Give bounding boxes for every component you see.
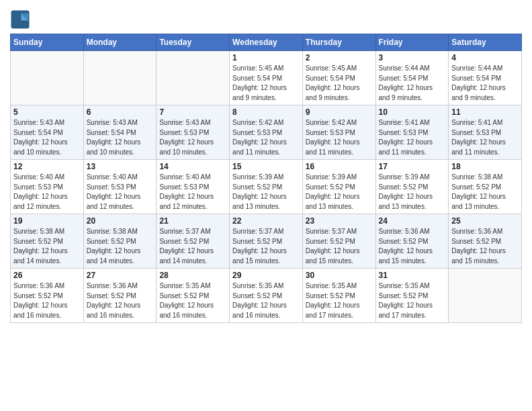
day-number: 16 bbox=[306, 162, 373, 171]
day-number: 4 bbox=[451, 53, 519, 62]
calendar-cell: 4Sunrise: 5:44 AM Sunset: 5:54 PM Daylig… bbox=[449, 51, 522, 105]
calendar-header: SundayMondayTuesdayWednesdayThursdayFrid… bbox=[11, 34, 522, 51]
calendar-cell: 20Sunrise: 5:38 AM Sunset: 5:52 PM Dayli… bbox=[83, 214, 157, 269]
day-number: 26 bbox=[13, 271, 81, 280]
weekday-header-friday: Friday bbox=[375, 34, 449, 51]
calendar-cell: 17Sunrise: 5:39 AM Sunset: 5:52 PM Dayli… bbox=[375, 160, 449, 214]
calendar-cell: 14Sunrise: 5:40 AM Sunset: 5:53 PM Dayli… bbox=[157, 160, 230, 214]
calendar-cell: 9Sunrise: 5:42 AM Sunset: 5:53 PM Daylig… bbox=[302, 105, 375, 160]
page-header bbox=[10, 7, 522, 30]
day-number: 24 bbox=[379, 216, 446, 226]
calendar-cell: 30Sunrise: 5:35 AM Sunset: 5:52 PM Dayli… bbox=[302, 269, 375, 323]
day-info: Sunrise: 5:36 AM Sunset: 5:52 PM Dayligh… bbox=[87, 281, 154, 320]
calendar-cell bbox=[83, 51, 157, 105]
day-number: 9 bbox=[306, 107, 373, 117]
calendar-cell: 24Sunrise: 5:36 AM Sunset: 5:52 PM Dayli… bbox=[375, 214, 449, 269]
calendar-cell: 2Sunrise: 5:45 AM Sunset: 5:54 PM Daylig… bbox=[302, 51, 375, 105]
day-info: Sunrise: 5:37 AM Sunset: 5:52 PM Dayligh… bbox=[232, 227, 300, 266]
calendar-cell: 8Sunrise: 5:42 AM Sunset: 5:53 PM Daylig… bbox=[230, 105, 303, 160]
day-info: Sunrise: 5:35 AM Sunset: 5:52 PM Dayligh… bbox=[306, 281, 373, 320]
calendar-cell: 5Sunrise: 5:43 AM Sunset: 5:54 PM Daylig… bbox=[11, 105, 84, 160]
day-number: 22 bbox=[232, 216, 300, 226]
day-info: Sunrise: 5:39 AM Sunset: 5:52 PM Dayligh… bbox=[232, 173, 300, 212]
day-number: 6 bbox=[87, 107, 154, 117]
day-info: Sunrise: 5:41 AM Sunset: 5:53 PM Dayligh… bbox=[451, 118, 519, 157]
day-number: 8 bbox=[232, 107, 300, 117]
calendar-cell: 6Sunrise: 5:43 AM Sunset: 5:54 PM Daylig… bbox=[83, 105, 157, 160]
day-info: Sunrise: 5:42 AM Sunset: 5:53 PM Dayligh… bbox=[232, 118, 300, 157]
day-number: 13 bbox=[87, 162, 154, 171]
day-number: 7 bbox=[159, 107, 226, 117]
day-info: Sunrise: 5:36 AM Sunset: 5:52 PM Dayligh… bbox=[451, 227, 519, 266]
calendar-cell: 1Sunrise: 5:45 AM Sunset: 5:54 PM Daylig… bbox=[230, 51, 303, 105]
logo-icon bbox=[10, 9, 30, 30]
day-number: 12 bbox=[13, 162, 81, 171]
day-info: Sunrise: 5:44 AM Sunset: 5:54 PM Dayligh… bbox=[451, 64, 519, 103]
weekday-header-tuesday: Tuesday bbox=[157, 34, 230, 51]
calendar-cell: 25Sunrise: 5:36 AM Sunset: 5:52 PM Dayli… bbox=[449, 214, 522, 269]
day-number: 15 bbox=[232, 162, 300, 171]
calendar-table: SundayMondayTuesdayWednesdayThursdayFrid… bbox=[10, 34, 522, 323]
day-number: 5 bbox=[13, 107, 81, 117]
weekday-header-saturday: Saturday bbox=[449, 34, 522, 51]
calendar-cell: 19Sunrise: 5:38 AM Sunset: 5:52 PM Dayli… bbox=[11, 214, 84, 269]
day-info: Sunrise: 5:45 AM Sunset: 5:54 PM Dayligh… bbox=[306, 64, 373, 103]
day-number: 23 bbox=[306, 216, 373, 226]
day-info: Sunrise: 5:43 AM Sunset: 5:53 PM Dayligh… bbox=[159, 118, 226, 157]
calendar-cell: 26Sunrise: 5:36 AM Sunset: 5:52 PM Dayli… bbox=[11, 269, 84, 323]
weekday-header-thursday: Thursday bbox=[302, 34, 375, 51]
day-info: Sunrise: 5:38 AM Sunset: 5:52 PM Dayligh… bbox=[451, 173, 519, 212]
day-info: Sunrise: 5:35 AM Sunset: 5:52 PM Dayligh… bbox=[232, 281, 300, 320]
day-info: Sunrise: 5:35 AM Sunset: 5:52 PM Dayligh… bbox=[159, 281, 226, 320]
day-number: 19 bbox=[13, 216, 81, 226]
day-number: 14 bbox=[159, 162, 226, 171]
calendar-cell: 11Sunrise: 5:41 AM Sunset: 5:53 PM Dayli… bbox=[449, 105, 522, 160]
calendar-cell: 13Sunrise: 5:40 AM Sunset: 5:53 PM Dayli… bbox=[83, 160, 157, 214]
calendar-cell: 22Sunrise: 5:37 AM Sunset: 5:52 PM Dayli… bbox=[230, 214, 303, 269]
day-number: 31 bbox=[379, 271, 446, 280]
calendar-cell: 3Sunrise: 5:44 AM Sunset: 5:54 PM Daylig… bbox=[375, 51, 449, 105]
calendar-cell: 29Sunrise: 5:35 AM Sunset: 5:52 PM Dayli… bbox=[230, 269, 303, 323]
calendar-cell: 7Sunrise: 5:43 AM Sunset: 5:53 PM Daylig… bbox=[157, 105, 230, 160]
day-info: Sunrise: 5:45 AM Sunset: 5:54 PM Dayligh… bbox=[232, 64, 300, 103]
day-number: 18 bbox=[451, 162, 519, 171]
day-number: 17 bbox=[379, 162, 446, 171]
day-info: Sunrise: 5:35 AM Sunset: 5:52 PM Dayligh… bbox=[379, 281, 446, 320]
day-number: 28 bbox=[159, 271, 226, 280]
calendar-cell: 27Sunrise: 5:36 AM Sunset: 5:52 PM Dayli… bbox=[83, 269, 157, 323]
day-info: Sunrise: 5:41 AM Sunset: 5:53 PM Dayligh… bbox=[379, 118, 446, 157]
day-number: 11 bbox=[451, 107, 519, 117]
day-number: 2 bbox=[306, 53, 373, 62]
day-number: 25 bbox=[451, 216, 519, 226]
day-number: 29 bbox=[232, 271, 300, 280]
calendar-cell: 28Sunrise: 5:35 AM Sunset: 5:52 PM Dayli… bbox=[157, 269, 230, 323]
day-info: Sunrise: 5:37 AM Sunset: 5:52 PM Dayligh… bbox=[159, 227, 226, 266]
calendar-cell: 10Sunrise: 5:41 AM Sunset: 5:53 PM Dayli… bbox=[375, 105, 449, 160]
calendar-cell: 23Sunrise: 5:37 AM Sunset: 5:52 PM Dayli… bbox=[302, 214, 375, 269]
day-info: Sunrise: 5:40 AM Sunset: 5:53 PM Dayligh… bbox=[13, 173, 81, 212]
calendar-cell: 31Sunrise: 5:35 AM Sunset: 5:52 PM Dayli… bbox=[375, 269, 449, 323]
day-info: Sunrise: 5:36 AM Sunset: 5:52 PM Dayligh… bbox=[13, 281, 81, 320]
calendar-cell: 18Sunrise: 5:38 AM Sunset: 5:52 PM Dayli… bbox=[449, 160, 522, 214]
day-number: 27 bbox=[87, 271, 154, 280]
logo bbox=[10, 9, 32, 30]
day-info: Sunrise: 5:36 AM Sunset: 5:52 PM Dayligh… bbox=[379, 227, 446, 266]
calendar-cell bbox=[449, 269, 522, 323]
day-number: 1 bbox=[232, 53, 300, 62]
calendar-cell: 15Sunrise: 5:39 AM Sunset: 5:52 PM Dayli… bbox=[230, 160, 303, 214]
calendar-cell bbox=[157, 51, 230, 105]
weekday-header-sunday: Sunday bbox=[11, 34, 84, 51]
day-info: Sunrise: 5:38 AM Sunset: 5:52 PM Dayligh… bbox=[13, 227, 81, 266]
calendar-cell: 12Sunrise: 5:40 AM Sunset: 5:53 PM Dayli… bbox=[11, 160, 84, 214]
day-info: Sunrise: 5:43 AM Sunset: 5:54 PM Dayligh… bbox=[87, 118, 154, 157]
day-number: 30 bbox=[306, 271, 373, 280]
day-info: Sunrise: 5:42 AM Sunset: 5:53 PM Dayligh… bbox=[306, 118, 373, 157]
weekday-header-monday: Monday bbox=[83, 34, 157, 51]
day-info: Sunrise: 5:40 AM Sunset: 5:53 PM Dayligh… bbox=[159, 173, 226, 212]
day-info: Sunrise: 5:43 AM Sunset: 5:54 PM Dayligh… bbox=[13, 118, 81, 157]
day-info: Sunrise: 5:39 AM Sunset: 5:52 PM Dayligh… bbox=[379, 173, 446, 212]
day-info: Sunrise: 5:37 AM Sunset: 5:52 PM Dayligh… bbox=[306, 227, 373, 266]
day-info: Sunrise: 5:40 AM Sunset: 5:53 PM Dayligh… bbox=[87, 173, 154, 212]
day-info: Sunrise: 5:38 AM Sunset: 5:52 PM Dayligh… bbox=[87, 227, 154, 266]
day-number: 21 bbox=[159, 216, 226, 226]
